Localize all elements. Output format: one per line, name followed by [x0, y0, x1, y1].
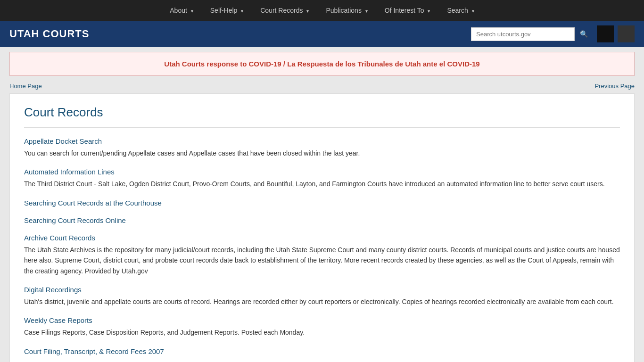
link-weekly-reports[interactable]: Weekly Case Reports — [24, 316, 620, 324]
covid-link[interactable]: Utah Courts response to COVID-19 / La Re… — [164, 60, 479, 68]
section-appellate-docket: Appellate Docket SearchYou can search fo… — [24, 137, 620, 158]
breadcrumb: Home Page Previous Page — [0, 81, 644, 91]
desc-digital-recordings: Utah's district, juvenile and appellate … — [24, 296, 620, 307]
top-navigation: About ▾Self-Help ▾Court Records ▾Publica… — [0, 0, 644, 21]
search-box: 🔍 — [471, 27, 593, 41]
link-searching-online[interactable]: Searching Court Records Online — [24, 216, 620, 224]
section-automated-info: Automated Information LinesThe Third Dis… — [24, 168, 620, 189]
title-divider — [24, 127, 620, 128]
section-searching-courthouse: Searching Court Records at the Courthous… — [24, 199, 620, 207]
covid-banner: Utah Courts response to COVID-19 / La Re… — [9, 52, 635, 76]
nav-item-about[interactable]: About ▾ — [161, 0, 201, 21]
section-digital-recordings: Digital RecordingsUtah's district, juven… — [24, 286, 620, 307]
nav-item-publications[interactable]: Publications ▾ — [317, 0, 376, 21]
desc-appellate-docket: You can search for current/pending Appel… — [24, 148, 620, 158]
icon-button-2[interactable] — [618, 25, 635, 42]
link-digital-recordings[interactable]: Digital Recordings — [24, 286, 620, 294]
section-filing-fees: Court Filing, Transcript, & Record Fees … — [24, 347, 620, 355]
site-title: UTAH COURTS — [9, 28, 89, 40]
link-filing-fees[interactable]: Court Filing, Transcript, & Record Fees … — [24, 347, 620, 355]
main-content: Court Records Appellate Docket SearchYou… — [9, 93, 635, 362]
nav-item-search[interactable]: Search ▾ — [438, 0, 482, 21]
page-title: Court Records — [24, 105, 620, 120]
header-right: 🔍 — [471, 25, 635, 42]
desc-automated-info: The Third District Court - Salt Lake, Og… — [24, 179, 620, 189]
link-searching-courthouse[interactable]: Searching Court Records at the Courthous… — [24, 199, 620, 207]
section-searching-online: Searching Court Records Online — [24, 216, 620, 224]
home-page-link[interactable]: Home Page — [9, 82, 42, 90]
nav-item-self-help[interactable]: Self-Help ▾ — [202, 0, 252, 21]
search-button[interactable]: 🔍 — [575, 27, 593, 41]
section-weekly-reports: Weekly Case ReportsCase Filings Reports,… — [24, 316, 620, 337]
previous-page-link[interactable]: Previous Page — [594, 82, 635, 90]
link-appellate-docket[interactable]: Appellate Docket Search — [24, 137, 620, 145]
desc-archive-records: The Utah State Archives is the repositor… — [24, 245, 620, 276]
nav-item-court-records[interactable]: Court Records ▾ — [252, 0, 317, 21]
sections-container: Appellate Docket SearchYou can search fo… — [24, 137, 620, 355]
link-archive-records[interactable]: Archive Court Records — [24, 234, 620, 242]
nav-item-of-interest-to[interactable]: Of Interest To ▾ — [376, 0, 439, 21]
header-bar: UTAH COURTS 🔍 — [0, 21, 644, 47]
desc-weekly-reports: Case Filings Reports, Case Disposition R… — [24, 327, 620, 337]
search-input[interactable] — [471, 27, 575, 41]
link-automated-info[interactable]: Automated Information Lines — [24, 168, 620, 176]
section-archive-records: Archive Court RecordsThe Utah State Arch… — [24, 234, 620, 276]
icon-button-1[interactable] — [597, 25, 614, 42]
